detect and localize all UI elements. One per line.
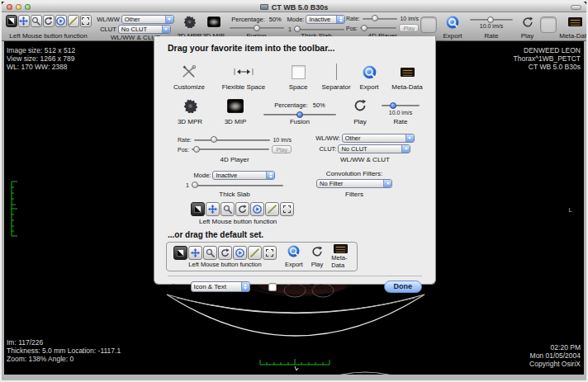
play-icon	[353, 96, 367, 116]
palette-item-thick-slab[interactable]: Mode: Inactive 1 Thick Slab	[186, 171, 283, 198]
vertical-ruler	[12, 182, 17, 236]
palette-item-rate[interactable]: 10.0 im/s Rate	[379, 103, 422, 125]
rotate-tool-icon[interactable]	[218, 246, 232, 260]
title-bar[interactable]: CT WB 5.0 B30s	[2, 2, 586, 12]
slab-slider-knob[interactable]	[294, 26, 301, 32]
wlww-contrast-icon[interactable]	[173, 246, 187, 260]
fusion-slider-knob[interactable]	[254, 25, 260, 31]
zoom-tool-icon[interactable]	[31, 15, 42, 27]
pan-move-icon[interactable]	[206, 202, 220, 216]
palette-item-fusion[interactable]: Percentage:50% Fusion	[258, 101, 341, 125]
4d-play-button[interactable]: Play	[272, 145, 292, 153]
pan-move-icon[interactable]	[188, 246, 202, 260]
fusion-percentage-value: 50%	[269, 16, 282, 23]
use-small-size-checkbox[interactable]	[268, 283, 277, 291]
measure-line-icon[interactable]	[265, 202, 279, 216]
rotate-tool-icon[interactable]	[235, 202, 249, 216]
export-label: Export	[443, 32, 462, 40]
4d-pos-slider[interactable]	[360, 27, 396, 29]
popup-arrows-icon	[336, 16, 344, 23]
popup-arrows-icon	[401, 145, 410, 153]
rotate-tool-icon[interactable]	[43, 15, 55, 27]
3d-mpr-icon[interactable]	[183, 16, 196, 31]
4d-pos-knob[interactable]	[361, 25, 368, 31]
zoom-tool-icon[interactable]	[203, 246, 217, 260]
mouse-function-label: Left Mouse button function	[9, 32, 87, 40]
fusion-slider[interactable]	[263, 114, 336, 116]
slab-slider[interactable]	[294, 29, 344, 31]
browse-play-icon[interactable]	[55, 15, 67, 27]
default-set-box[interactable]: Left Mouse button function Export Play M…	[166, 242, 358, 271]
palette-item-play[interactable]: Play	[341, 96, 379, 125]
palette-item-3dmip[interactable]: 3D MIP	[212, 96, 258, 125]
palette-item-customize[interactable]: Customize	[168, 63, 211, 91]
browse-play-icon[interactable]	[233, 246, 247, 260]
toolbar-toggle-pill[interactable]	[571, 5, 581, 10]
4d-rate-slider[interactable]	[194, 139, 271, 141]
zoom-angle-text: Zoom: 138% Angle: 0	[7, 355, 121, 363]
zoom-tool-icon[interactable]	[220, 202, 235, 216]
meta-data-icon[interactable]	[568, 17, 582, 26]
toolbar-item-play[interactable]: Play	[516, 14, 538, 40]
3d-mip-icon[interactable]	[207, 17, 220, 27]
browse-play-icon[interactable]	[250, 202, 264, 216]
palette-item-export[interactable]: Export	[353, 63, 386, 91]
wlww-contrast-icon[interactable]	[191, 202, 205, 216]
measure-line-icon[interactable]	[248, 246, 262, 260]
play-icon[interactable]	[522, 17, 533, 31]
4d-play-button[interactable]: Play	[399, 24, 419, 32]
slab-mode-popup[interactable]: Inactive	[212, 171, 275, 180]
default-metadata[interactable]: Meta-Data	[331, 244, 350, 269]
4d-rate-knob[interactable]	[372, 15, 378, 21]
palette-item-space[interactable]: Space	[277, 63, 320, 91]
wlww-group-label: WL/WW & CLUT	[111, 34, 160, 41]
palette-item-separator[interactable]: Separator	[320, 63, 353, 91]
roi-marquee-icon[interactable]	[80, 15, 92, 27]
series-text: CT WB 5.0 B30s	[514, 63, 581, 71]
dialog-header: Drag your favorite item into the toolbar…	[168, 43, 422, 53]
clut-popup[interactable]: No CLUT	[118, 25, 171, 34]
default-play[interactable]: Play	[311, 246, 324, 268]
palette-item-wlww-clut[interactable]: WL/WW: Other CLUT: No CLUT WL/WW & CLUT	[305, 134, 425, 163]
palette-item-metadata[interactable]: Meta-Data	[386, 63, 429, 91]
toolbar-item-metadata[interactable]: Meta-Data	[558, 14, 588, 40]
show-label: Show	[168, 283, 187, 291]
time-text: 02:20 PM	[529, 343, 581, 351]
slab-slider[interactable]	[192, 185, 283, 186]
palette-item-4d-player[interactable]: Rate: 10 im/s Pos: Play 4D Player	[178, 137, 292, 163]
show-popup[interactable]: Icon & Text	[191, 281, 250, 292]
palette-item-mouse-function[interactable]: Left Mouse button function	[191, 201, 422, 225]
measure-line-icon[interactable]	[68, 15, 79, 27]
pan-move-icon[interactable]	[18, 15, 30, 27]
wlww-contrast-icon[interactable]	[6, 15, 17, 27]
wlww-popup[interactable]: Other	[121, 15, 174, 24]
filters-popup[interactable]: No Filter	[316, 179, 392, 188]
rate-slider-knob[interactable]	[487, 17, 494, 23]
done-button[interactable]: Done	[384, 281, 423, 293]
4d-rate-slider[interactable]	[363, 18, 398, 20]
slab-mode-popup[interactable]: Inactive	[306, 15, 345, 24]
palette-item-filters[interactable]: Convolution Filters: No Filter Filters	[305, 170, 404, 198]
4d-pos-knob[interactable]	[193, 146, 200, 153]
clut-popup[interactable]: No CLUT	[338, 144, 410, 153]
meta-data-icon	[401, 63, 415, 81]
study-text: Thorax^1WB_PETCT	[514, 54, 581, 63]
toolbar-item-export[interactable]: Export	[439, 14, 467, 40]
rate-slider[interactable]	[470, 19, 513, 21]
palette-item-3dmpr[interactable]: 3D MPR	[168, 96, 212, 125]
roi-marquee-icon[interactable]	[263, 246, 277, 260]
default-export[interactable]: Export	[285, 245, 303, 268]
fusion-slider-knob[interactable]	[296, 111, 303, 118]
4d-rate-knob[interactable]	[211, 136, 217, 143]
roi-marquee-icon[interactable]	[280, 202, 294, 216]
overlay-top-left: Image size: 512 x 512 View size: 1266 x …	[7, 46, 75, 71]
rate-slider-knob[interactable]	[390, 102, 396, 109]
wlww-popup[interactable]: Other	[342, 134, 415, 143]
4d-pos-slider[interactable]	[192, 149, 269, 150]
export-icon[interactable]	[446, 16, 459, 32]
rate-slider[interactable]	[382, 105, 420, 106]
palette-item-flexible-space[interactable]: Flexible Space	[211, 63, 277, 91]
window-frame: CT WB 5.0 B30s Left Mouse button functio…	[2, 2, 586, 380]
fusion-slider[interactable]	[230, 27, 284, 29]
slab-slider-knob[interactable]	[192, 182, 198, 188]
